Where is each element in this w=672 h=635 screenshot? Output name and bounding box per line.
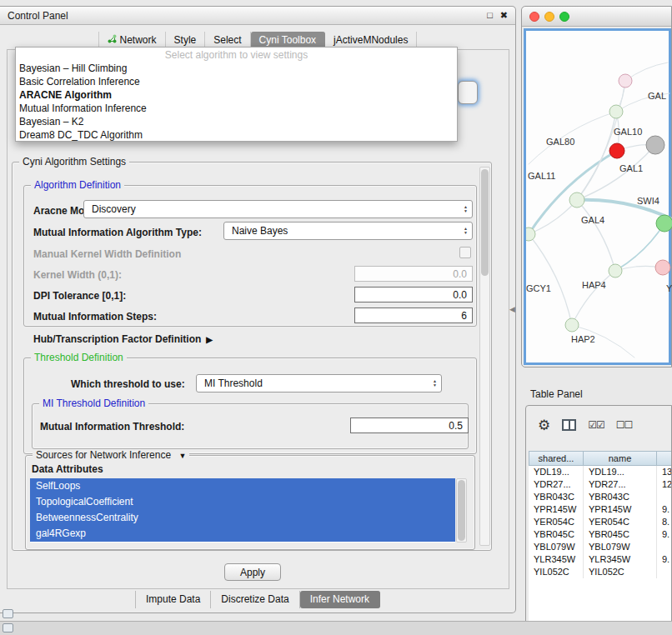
algorithm-placeholder: Select algorithm to view settings bbox=[16, 48, 457, 62]
focused-button-fragment[interactable] bbox=[458, 81, 478, 104]
table-cell bbox=[657, 491, 671, 503]
table-row[interactable]: YDL19...YDL19...13 bbox=[529, 466, 671, 478]
table-row[interactable]: YLR345WYLR345W9. bbox=[529, 553, 671, 566]
network-node[interactable] bbox=[609, 105, 623, 118]
manual-kernel-label: Manual Kernel Width Definition bbox=[33, 248, 181, 260]
algorithm-option[interactable]: Dream8 DC_TDC Algorithm bbox=[16, 128, 457, 142]
table-cell: YLR345W bbox=[529, 553, 584, 566]
aracne-mode-select[interactable]: Discovery ▲ ▼ bbox=[83, 200, 473, 218]
column-header[interactable] bbox=[657, 451, 671, 466]
table-row[interactable]: YBR043CYBR043C bbox=[529, 491, 671, 503]
network-node[interactable] bbox=[565, 318, 579, 332]
table-row[interactable]: YER054CYER054C8. bbox=[529, 516, 671, 528]
expanded-arrow-icon: ▼ bbox=[178, 452, 186, 460]
mi-threshold-field[interactable] bbox=[350, 418, 469, 433]
table-cell: YBR043C bbox=[584, 491, 657, 503]
tab-impute-data[interactable]: Impute Data bbox=[135, 591, 211, 608]
column-header[interactable]: name bbox=[584, 451, 657, 466]
table-row[interactable]: YIL052CYIL052C bbox=[529, 566, 671, 578]
tab-infer-network[interactable]: Infer Network bbox=[300, 591, 380, 608]
network-node[interactable] bbox=[619, 74, 632, 88]
network-edge[interactable] bbox=[572, 271, 615, 325]
network-node[interactable] bbox=[609, 143, 624, 158]
combo-down-icon: ▼ bbox=[433, 383, 437, 388]
minimized-panel-icon[interactable] bbox=[3, 623, 13, 632]
network-edge[interactable] bbox=[529, 200, 577, 234]
table-row[interactable]: YDR27...YDR27...12 bbox=[529, 478, 671, 491]
gear-icon[interactable]: ⚙ bbox=[538, 417, 550, 434]
table-cell: YIL052C bbox=[584, 566, 657, 578]
table-cell: YDR27... bbox=[584, 478, 657, 491]
data-attributes-list[interactable]: SelfLoopsTopologicalCoefficientBetweenne… bbox=[30, 478, 455, 542]
collapsed-arrow-icon: ▶ bbox=[206, 335, 213, 344]
algorithm-option[interactable]: Bayesian – Hill Climbing bbox=[16, 62, 457, 75]
data-attribute-item[interactable]: TopologicalCoefficient bbox=[30, 494, 455, 510]
which-threshold-select[interactable]: MI Threshold ▲ ▼ bbox=[196, 374, 442, 392]
hub-section-toggle[interactable]: Hub/Transcription Factor Definition▶ bbox=[33, 333, 213, 345]
scrollbar-thumb[interactable] bbox=[458, 480, 465, 541]
table-row[interactable]: YBR045CYBR045C9. bbox=[529, 528, 671, 541]
combo-value: Naive Bayes bbox=[232, 225, 464, 237]
close-traffic-light[interactable] bbox=[529, 12, 539, 22]
mi-steps-field[interactable] bbox=[354, 308, 473, 323]
mi-type-select[interactable]: Naive Bayes ▲ ▼ bbox=[223, 222, 473, 240]
algorithm-option[interactable]: Bayesian – K2 bbox=[16, 115, 457, 128]
table-cell: YER054C bbox=[584, 516, 657, 528]
network-window-titlebar bbox=[522, 7, 671, 27]
kernel-width-field[interactable] bbox=[354, 266, 473, 282]
network-node[interactable] bbox=[569, 192, 584, 208]
columns-icon[interactable] bbox=[562, 419, 576, 431]
column-header[interactable]: shared... bbox=[529, 451, 584, 466]
combo-arrows-icon: ▲ ▼ bbox=[464, 205, 468, 213]
control-panel-window: Control Panel □ ✖ NetworkStyleSelectCyni… bbox=[0, 6, 516, 613]
data-attribute-item[interactable]: gal4RGexp bbox=[30, 526, 455, 542]
algorithm-option[interactable]: Mutual Information Inference bbox=[16, 102, 457, 115]
mi-type-label: Mutual Information Algorithm Type: bbox=[33, 227, 202, 238]
kernel-width-label: Kernel Width (0,1): bbox=[33, 269, 122, 281]
apply-button[interactable]: Apply bbox=[224, 563, 281, 581]
settings-scrollbar[interactable] bbox=[479, 167, 490, 546]
close-icon[interactable]: ✖ bbox=[500, 10, 508, 21]
panel-resize-handle[interactable]: ◀ bbox=[509, 305, 515, 313]
table-panel-title: Table Panel bbox=[530, 388, 583, 400]
network-node[interactable] bbox=[656, 215, 672, 232]
deselect-all-icon[interactable]: ☐☐ bbox=[616, 419, 633, 431]
algorithm-option[interactable]: Basic Correlation Inference bbox=[16, 75, 457, 88]
network-node[interactable] bbox=[609, 264, 622, 278]
minimize-traffic-light[interactable] bbox=[544, 12, 554, 22]
network-edge[interactable] bbox=[577, 81, 625, 200]
dpi-tolerance-field[interactable] bbox=[354, 287, 473, 302]
table-cell: 9. bbox=[657, 528, 671, 541]
data-attribute-item[interactable]: SelfLoops bbox=[30, 478, 455, 494]
scrollbar-thumb[interactable] bbox=[481, 169, 489, 276]
table-cell: 13 bbox=[657, 466, 671, 478]
select-all-icon[interactable]: ☑☑ bbox=[588, 419, 604, 431]
network-canvas[interactable]: GALGAL80GAL10GAL11GAL1SWI4GAL4GCY1HAP4YH… bbox=[524, 28, 671, 365]
sources-title[interactable]: Sources for Network Inference ▼ bbox=[33, 449, 189, 461]
algorithm-option[interactable]: ARACNE Algorithm bbox=[16, 88, 457, 102]
network-edge[interactable] bbox=[577, 200, 615, 271]
network-edge[interactable] bbox=[529, 234, 572, 325]
mi-threshold-label: Mutual Information Threshold: bbox=[40, 421, 184, 432]
table-row[interactable]: YPR145WYPR145W9. bbox=[529, 503, 671, 516]
data-attribute-item[interactable]: BetweennessCentrality bbox=[30, 510, 455, 526]
which-threshold-label: Which threshold to use: bbox=[71, 378, 185, 390]
float-window-icon[interactable]: □ bbox=[487, 10, 493, 21]
attribute-list-scrollbar[interactable] bbox=[456, 478, 467, 542]
table-cell: YPR145W bbox=[529, 503, 584, 516]
table-header-row: shared...name bbox=[529, 451, 671, 466]
zoom-traffic-light[interactable] bbox=[559, 12, 569, 22]
network-node[interactable] bbox=[526, 228, 535, 241]
combo-arrows-icon: ▲ ▼ bbox=[464, 227, 468, 235]
table-row[interactable]: YBL079WYBL079W bbox=[529, 541, 671, 553]
apply-button-label: Apply bbox=[240, 567, 265, 578]
node-label: GAL10 bbox=[614, 127, 642, 137]
minimized-panel-icon[interactable] bbox=[3, 609, 13, 618]
tab-discretize-data[interactable]: Discretize Data bbox=[211, 591, 299, 608]
network-node[interactable] bbox=[646, 136, 664, 154]
table-cell: YER054C bbox=[529, 516, 584, 528]
network-node[interactable] bbox=[655, 260, 670, 275]
manual-kernel-checkbox[interactable] bbox=[459, 247, 471, 258]
sources-title-label: Sources for Network Inference bbox=[36, 449, 171, 461]
table-cell: 12 bbox=[657, 478, 671, 491]
